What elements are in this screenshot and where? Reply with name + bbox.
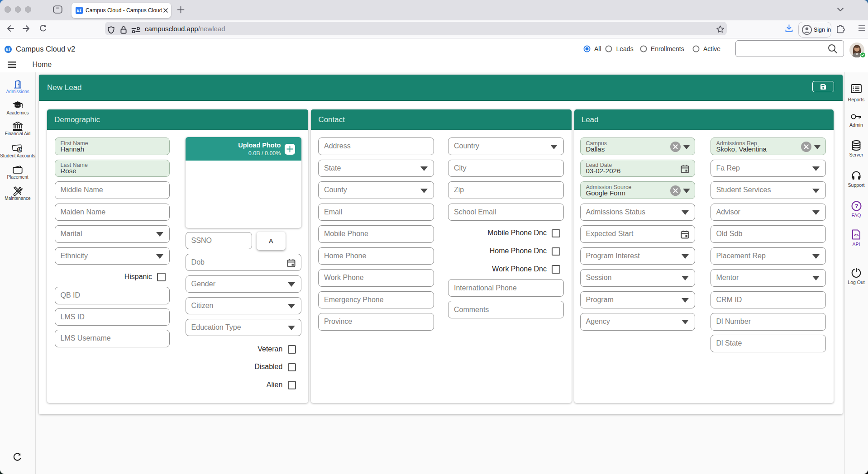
svg-text:$: $: [19, 147, 21, 152]
svg-text:<>: <>: [854, 232, 859, 237]
svg-text:?: ?: [854, 203, 858, 209]
